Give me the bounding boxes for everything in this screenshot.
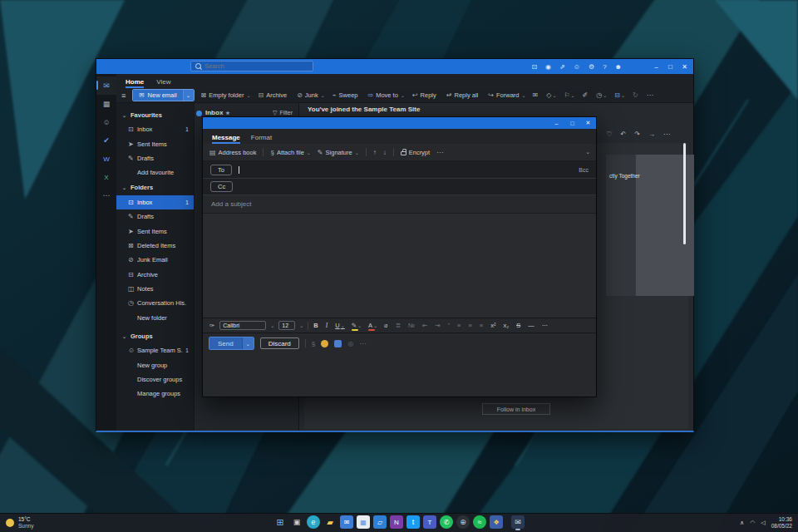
account-icon[interactable]: ☺ <box>574 63 580 71</box>
read-unread-icon[interactable]: ✉ <box>533 91 539 99</box>
to-button[interactable]: To <box>210 165 232 175</box>
rail-todo-icon[interactable]: ✔ <box>96 131 116 150</box>
format-more-icon[interactable]: ⋯ <box>541 322 550 329</box>
compose-more-icon[interactable]: ⋯ <box>359 340 366 347</box>
group-sample-team[interactable]: ☺ Sample Team S... 1 <box>116 343 194 357</box>
chevron-down-icon[interactable]: ⌄ <box>299 323 303 328</box>
new-group-link[interactable]: New group <box>116 357 194 372</box>
message-body-editor[interactable] <box>203 214 596 318</box>
rail-word-icon[interactable]: W <box>96 150 116 168</box>
rail-more-icon[interactable]: ⋯ <box>96 186 116 204</box>
move-to-button[interactable]: ⇨ Move to ⌄ <box>367 91 404 99</box>
tag-icon[interactable]: ◇ ⌄ <box>546 91 556 99</box>
follow-in-inbox-button[interactable]: Follow in inbox <box>482 403 550 415</box>
compose-tab-format[interactable]: Format <box>251 134 272 144</box>
discard-button[interactable]: Discard <box>260 337 299 349</box>
folders-header[interactable]: ⌄ Folders <box>116 180 194 195</box>
attach-file-button[interactable]: § Attach file ⌄ <box>270 149 310 156</box>
folder-deleted[interactable]: ⊠ Deleted Items <box>116 239 194 253</box>
align-center-button[interactable]: ≡ <box>467 322 473 329</box>
indent-button[interactable]: ⇥ <box>434 322 441 329</box>
new-email-button[interactable]: ✉ New email ⌄ <box>132 89 194 101</box>
high-importance-icon[interactable]: ↑ <box>373 149 377 156</box>
reply-all-icon[interactable]: ↷ <box>634 131 640 138</box>
reply-all-button[interactable]: ↫ Reply all <box>446 91 480 99</box>
folder-conversation-history[interactable]: ◷ Conversation His... <box>116 296 194 310</box>
folder-sent[interactable]: ➤ Sent Items <box>116 224 194 238</box>
horizontal-rule-button[interactable]: — <box>527 322 536 329</box>
align-right-button[interactable]: ≡ <box>479 322 485 329</box>
subject-field[interactable]: Add a subject <box>203 195 596 214</box>
rail-people-icon[interactable]: ☺ <box>96 113 116 131</box>
tab-view[interactable]: View <box>156 78 170 88</box>
folder-junk[interactable]: ⊘ Junk Email <box>116 253 194 267</box>
outdent-button[interactable]: ⇤ <box>421 322 429 329</box>
empty-folder-button[interactable]: ⊠ Empty folder ⌄ <box>201 91 251 99</box>
teams-icon[interactable]: T <box>423 515 436 529</box>
emoji-picker-icon[interactable] <box>321 340 328 347</box>
bullets-button[interactable]: ≣ <box>395 322 402 329</box>
sweep-button[interactable]: ⌁ Sweep <box>332 91 361 99</box>
subscript-button[interactable]: x₂ <box>502 322 510 329</box>
cc-button[interactable]: Cc <box>210 181 233 192</box>
calendar-icon[interactable]: ▦ <box>357 515 370 529</box>
maximize-button[interactable]: □ <box>663 63 677 71</box>
font-family-select[interactable]: Calibri <box>219 321 266 330</box>
format-painter-icon[interactable]: ✑ <box>209 322 215 329</box>
align-left-button[interactable]: ≡ <box>456 322 462 329</box>
task-view-icon[interactable]: ▣ <box>290 515 303 529</box>
outlook-icon[interactable]: ✉ <box>340 515 353 529</box>
reply-icon[interactable]: ↶ <box>621 131 627 138</box>
reading-scrollbar[interactable] <box>683 143 686 244</box>
folder-drafts-favourite[interactable]: ✎ Drafts <box>116 151 194 165</box>
new-folder-link[interactable]: New folder <box>116 311 194 325</box>
address-book-button[interactable]: ▤ Address book <box>209 149 256 156</box>
quote-button[interactable]: ” <box>447 322 452 329</box>
hamburger-icon[interactable]: ≡ <box>121 91 126 100</box>
help-icon[interactable]: ? <box>603 63 606 71</box>
mail-icon[interactable]: ✉ <box>511 515 525 529</box>
manage-groups-link[interactable]: Manage groups <box>116 387 194 401</box>
like-icon[interactable]: ♡ <box>606 131 612 138</box>
chevron-down-icon[interactable]: ⌄ <box>270 323 274 328</box>
dictation-icon[interactable]: ◎ <box>347 340 353 347</box>
groups-header[interactable]: ⌄ Groups <box>116 328 194 343</box>
filter-button[interactable]: ▽ Filter <box>273 110 293 116</box>
pin-icon[interactable]: ✐ <box>583 91 589 99</box>
flag-icon[interactable]: ⚐ ⌄ <box>564 91 574 99</box>
folder-sent-favourite[interactable]: ➤ Sent Items <box>116 136 194 150</box>
bcc-button[interactable]: Bcc <box>579 167 589 173</box>
insert-image-icon[interactable] <box>334 340 342 347</box>
ribbon-more-icon[interactable]: ⋯ <box>647 91 654 99</box>
photos-icon[interactable]: ❖ <box>490 515 503 529</box>
move-folder-icon[interactable]: ⊟ ⌄ <box>614 91 625 99</box>
compose-toolbar-more-icon[interactable]: ⋯ <box>436 149 443 156</box>
feedback-icon[interactable]: ☻ <box>615 63 622 71</box>
meet-now-icon[interactable]: ⊡ <box>531 63 537 71</box>
new-email-dropdown[interactable]: ⌄ <box>183 90 194 101</box>
folder-drafts[interactable]: ✎ Drafts <box>116 209 194 224</box>
rail-calendar-icon[interactable]: ▦ <box>96 95 116 113</box>
share-icon[interactable]: ⇗ <box>559 63 565 71</box>
whatsapp-icon[interactable]: ✆ <box>440 515 453 529</box>
encrypt-button[interactable]: Encrypt <box>401 149 430 156</box>
wifi-icon[interactable]: ◠ <box>750 520 755 526</box>
bold-button[interactable]: B <box>313 322 319 329</box>
reading-more-icon[interactable]: ⋯ <box>663 131 670 138</box>
low-importance-icon[interactable]: ↓ <box>383 149 387 156</box>
weather-widget[interactable]: 15°C Sunny <box>6 516 33 529</box>
underline-button[interactable]: U ⌄ <box>334 322 345 329</box>
forward-icon[interactable]: → <box>648 131 655 138</box>
signature-button[interactable]: ✎ Signature ⌄ <box>318 149 359 156</box>
folder-notes[interactable]: ◫ Notes <box>116 282 194 296</box>
collapse-ribbon-icon[interactable]: ⌄ <box>585 149 590 155</box>
store-icon[interactable]: ▱ <box>373 515 387 529</box>
junk-button[interactable]: ⊘ Junk ⌄ <box>297 91 325 99</box>
reply-button[interactable]: ↩ Reply <box>412 91 439 99</box>
settings-gear-icon[interactable]: ⚙ <box>589 63 594 71</box>
send-button[interactable]: Send ⌄ <box>209 337 254 350</box>
rail-mail-icon[interactable]: ✉ <box>96 76 116 95</box>
search-input[interactable] <box>204 62 308 70</box>
forward-button[interactable]: ↪ Forward ⌄ <box>488 91 525 99</box>
rail-excel-icon[interactable]: X <box>96 168 116 186</box>
